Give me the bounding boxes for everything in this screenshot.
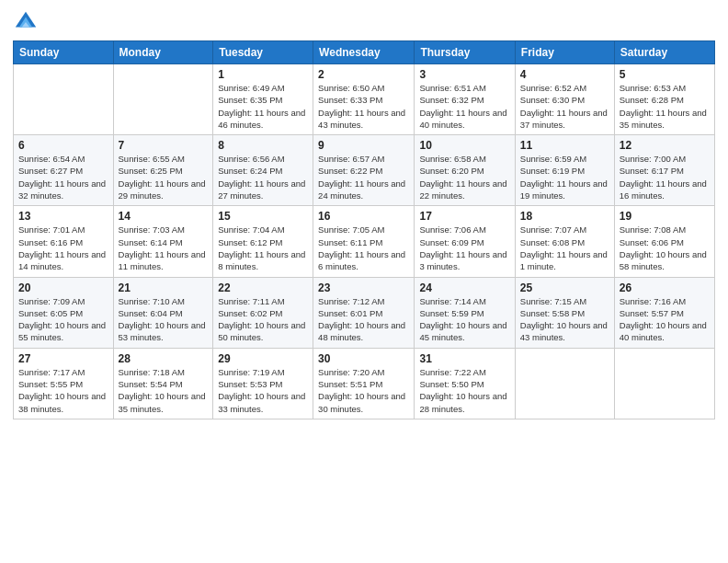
day-info: Sunrise: 7:01 AM Sunset: 6:16 PM Dayligh… (18, 224, 108, 272)
day-info: Sunrise: 7:00 AM Sunset: 6:17 PM Dayligh… (620, 153, 710, 201)
day-number: 12 (620, 139, 710, 152)
day-info: Sunrise: 6:55 AM Sunset: 6:25 PM Dayligh… (119, 153, 209, 201)
day-number: 15 (218, 210, 308, 223)
calendar-cell: 9Sunrise: 6:57 AM Sunset: 6:22 PM Daylig… (313, 135, 415, 206)
day-number: 16 (318, 210, 409, 223)
week-row-2: 6Sunrise: 6:54 AM Sunset: 6:27 PM Daylig… (14, 135, 715, 206)
day-info: Sunrise: 6:58 AM Sunset: 6:20 PM Dayligh… (419, 153, 509, 201)
day-info: Sunrise: 7:08 AM Sunset: 6:06 PM Dayligh… (620, 224, 710, 272)
day-info: Sunrise: 6:56 AM Sunset: 6:24 PM Dayligh… (218, 153, 308, 201)
day-info: Sunrise: 7:18 AM Sunset: 5:54 PM Dayligh… (119, 366, 209, 415)
day-number: 11 (520, 139, 609, 152)
day-info: Sunrise: 7:14 AM Sunset: 5:59 PM Dayligh… (419, 295, 509, 344)
day-number: 23 (318, 282, 409, 294)
day-number: 3 (419, 68, 509, 81)
calendar-cell: 11Sunrise: 6:59 AM Sunset: 6:19 PM Dayli… (515, 135, 614, 206)
day-number: 18 (520, 210, 609, 223)
day-info: Sunrise: 6:59 AM Sunset: 6:19 PM Dayligh… (520, 153, 609, 201)
day-number: 19 (620, 210, 710, 223)
day-number: 2 (318, 68, 409, 81)
calendar-cell: 8Sunrise: 6:56 AM Sunset: 6:24 PM Daylig… (213, 135, 313, 206)
day-info: Sunrise: 7:12 AM Sunset: 6:01 PM Dayligh… (318, 295, 409, 344)
calendar-cell: 19Sunrise: 7:08 AM Sunset: 6:06 PM Dayli… (614, 206, 714, 277)
calendar-cell (614, 348, 714, 419)
day-info: Sunrise: 7:04 AM Sunset: 6:12 PM Dayligh… (218, 224, 308, 272)
day-number: 20 (18, 282, 108, 294)
calendar-cell: 13Sunrise: 7:01 AM Sunset: 6:16 PM Dayli… (14, 206, 114, 277)
calendar-cell: 17Sunrise: 7:06 AM Sunset: 6:09 PM Dayli… (415, 206, 515, 277)
day-info: Sunrise: 7:17 AM Sunset: 5:55 PM Dayligh… (18, 366, 108, 415)
day-info: Sunrise: 6:53 AM Sunset: 6:28 PM Dayligh… (620, 82, 710, 131)
calendar-cell: 28Sunrise: 7:18 AM Sunset: 5:54 PM Dayli… (113, 348, 213, 419)
logo (13, 9, 40, 35)
day-number: 21 (119, 282, 209, 294)
day-info: Sunrise: 6:50 AM Sunset: 6:33 PM Dayligh… (318, 82, 409, 131)
day-header-monday: Monday (113, 41, 213, 64)
day-info: Sunrise: 6:49 AM Sunset: 6:35 PM Dayligh… (218, 82, 308, 131)
day-info: Sunrise: 7:19 AM Sunset: 5:53 PM Dayligh… (218, 366, 308, 415)
calendar-cell: 26Sunrise: 7:16 AM Sunset: 5:57 PM Dayli… (614, 277, 714, 348)
week-row-4: 20Sunrise: 7:09 AM Sunset: 6:05 PM Dayli… (14, 277, 715, 348)
week-row-3: 13Sunrise: 7:01 AM Sunset: 6:16 PM Dayli… (14, 206, 715, 277)
day-number: 8 (218, 139, 308, 152)
day-number: 1 (218, 68, 308, 81)
calendar-cell: 4Sunrise: 6:52 AM Sunset: 6:30 PM Daylig… (515, 64, 614, 135)
header-row: SundayMondayTuesdayWednesdayThursdayFrid… (14, 41, 715, 64)
header (13, 9, 715, 35)
day-info: Sunrise: 7:22 AM Sunset: 5:50 PM Dayligh… (419, 366, 509, 415)
day-number: 28 (119, 352, 209, 365)
day-number: 26 (620, 282, 710, 294)
day-info: Sunrise: 7:20 AM Sunset: 5:51 PM Dayligh… (318, 366, 409, 415)
calendar-cell (113, 64, 213, 135)
calendar-cell: 22Sunrise: 7:11 AM Sunset: 6:02 PM Dayli… (213, 277, 313, 348)
day-info: Sunrise: 6:54 AM Sunset: 6:27 PM Dayligh… (18, 153, 108, 201)
day-number: 29 (218, 352, 308, 365)
calendar-cell (515, 348, 614, 419)
calendar-cell: 16Sunrise: 7:05 AM Sunset: 6:11 PM Dayli… (313, 206, 415, 277)
day-number: 4 (520, 68, 609, 81)
day-number: 27 (18, 352, 108, 365)
calendar-cell: 2Sunrise: 6:50 AM Sunset: 6:33 PM Daylig… (313, 64, 415, 135)
day-info: Sunrise: 7:15 AM Sunset: 5:58 PM Dayligh… (520, 295, 609, 344)
day-number: 13 (18, 210, 108, 223)
calendar-cell: 1Sunrise: 6:49 AM Sunset: 6:35 PM Daylig… (213, 64, 313, 135)
day-header-thursday: Thursday (415, 41, 515, 64)
day-info: Sunrise: 7:10 AM Sunset: 6:04 PM Dayligh… (119, 295, 209, 344)
day-info: Sunrise: 6:57 AM Sunset: 6:22 PM Dayligh… (318, 153, 409, 201)
day-number: 31 (419, 352, 509, 365)
day-number: 25 (520, 282, 609, 294)
calendar-cell: 14Sunrise: 7:03 AM Sunset: 6:14 PM Dayli… (113, 206, 213, 277)
day-number: 24 (419, 282, 509, 294)
day-header-wednesday: Wednesday (313, 41, 415, 64)
calendar-cell: 3Sunrise: 6:51 AM Sunset: 6:32 PM Daylig… (415, 64, 515, 135)
page: SundayMondayTuesdayWednesdayThursdayFrid… (0, 0, 728, 563)
day-number: 7 (119, 139, 209, 152)
day-number: 10 (419, 139, 509, 152)
calendar-cell (14, 64, 114, 135)
day-info: Sunrise: 7:05 AM Sunset: 6:11 PM Dayligh… (318, 224, 409, 272)
day-number: 9 (318, 139, 409, 152)
week-row-5: 27Sunrise: 7:17 AM Sunset: 5:55 PM Dayli… (14, 348, 715, 419)
day-number: 5 (620, 68, 710, 81)
calendar-cell: 10Sunrise: 6:58 AM Sunset: 6:20 PM Dayli… (415, 135, 515, 206)
calendar-cell: 15Sunrise: 7:04 AM Sunset: 6:12 PM Dayli… (213, 206, 313, 277)
calendar-cell: 20Sunrise: 7:09 AM Sunset: 6:05 PM Dayli… (14, 277, 114, 348)
day-header-friday: Friday (515, 41, 614, 64)
calendar-cell: 6Sunrise: 6:54 AM Sunset: 6:27 PM Daylig… (14, 135, 114, 206)
calendar-cell: 21Sunrise: 7:10 AM Sunset: 6:04 PM Dayli… (113, 277, 213, 348)
calendar-cell: 25Sunrise: 7:15 AM Sunset: 5:58 PM Dayli… (515, 277, 614, 348)
day-info: Sunrise: 7:06 AM Sunset: 6:09 PM Dayligh… (419, 224, 509, 272)
day-info: Sunrise: 6:52 AM Sunset: 6:30 PM Dayligh… (520, 82, 609, 131)
calendar-cell: 18Sunrise: 7:07 AM Sunset: 6:08 PM Dayli… (515, 206, 614, 277)
day-info: Sunrise: 7:07 AM Sunset: 6:08 PM Dayligh… (520, 224, 609, 272)
calendar-cell: 29Sunrise: 7:19 AM Sunset: 5:53 PM Dayli… (213, 348, 313, 419)
calendar-cell: 24Sunrise: 7:14 AM Sunset: 5:59 PM Dayli… (415, 277, 515, 348)
day-info: Sunrise: 7:09 AM Sunset: 6:05 PM Dayligh… (18, 295, 108, 344)
day-info: Sunrise: 7:03 AM Sunset: 6:14 PM Dayligh… (119, 224, 209, 272)
calendar-cell: 31Sunrise: 7:22 AM Sunset: 5:50 PM Dayli… (415, 348, 515, 419)
day-header-tuesday: Tuesday (213, 41, 313, 64)
day-number: 30 (318, 352, 409, 365)
calendar-cell: 5Sunrise: 6:53 AM Sunset: 6:28 PM Daylig… (614, 64, 714, 135)
calendar-cell: 12Sunrise: 7:00 AM Sunset: 6:17 PM Dayli… (614, 135, 714, 206)
week-row-1: 1Sunrise: 6:49 AM Sunset: 6:35 PM Daylig… (14, 64, 715, 135)
